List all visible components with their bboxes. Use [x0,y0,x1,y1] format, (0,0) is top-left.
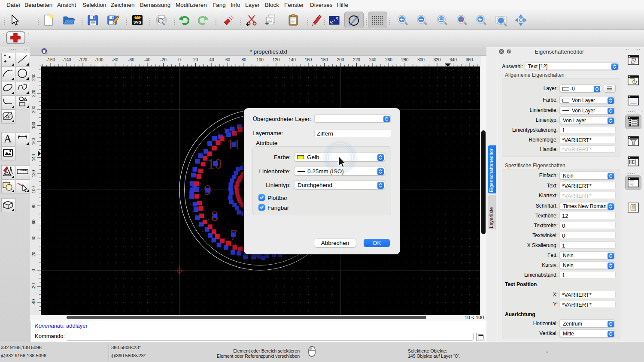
svg-text:-80: -80 [112,57,118,62]
svg-text:160: 160 [31,138,36,145]
svg-text:220: 220 [353,57,360,62]
svg-text:120: 120 [273,57,280,62]
svg-text:120: 120 [31,170,36,177]
svg-text:80: 80 [31,203,36,208]
svg-text:-60: -60 [128,57,134,62]
svg-text:300: 300 [417,57,425,62]
svg-text:160: 160 [305,57,312,62]
svg-text:100: 100 [31,186,36,193]
svg-text:0: 0 [178,57,181,62]
svg-text:0: 0 [31,269,36,272]
svg-text:220: 220 [31,90,36,97]
svg-text:180: 180 [31,122,36,129]
svg-text:20: 20 [193,57,198,62]
svg-text:SVG: SVG [133,20,141,24]
svg-text:360: 360 [466,57,473,62]
svg-text:-40: -40 [31,299,36,305]
svg-text:280: 280 [401,57,409,62]
svg-text:-120: -120 [79,57,87,62]
svg-text:100: 100 [256,57,264,62]
svg-text:-100: -100 [94,57,103,62]
svg-text:-20: -20 [160,57,167,62]
svg-text:240: 240 [369,57,377,62]
svg-text:c...: c... [632,184,635,187]
svg-text:-40: -40 [144,57,151,62]
svg-text:-140: -140 [62,57,71,62]
svg-text:40: 40 [31,235,36,241]
svg-text:20: 20 [31,252,36,257]
svg-text:240: 240 [31,73,36,81]
svg-text:340: 340 [450,57,457,62]
svg-text:40: 40 [209,57,214,62]
svg-text:200: 200 [337,57,344,62]
svg-text:-160: -160 [46,57,55,62]
svg-text:60: 60 [31,220,36,225]
svg-text:A: A [4,133,12,145]
svg-text:260: 260 [385,57,392,62]
svg-text:320: 320 [434,57,441,62]
svg-text:140: 140 [31,154,36,161]
svg-text:200: 200 [31,106,36,113]
svg-text:140: 140 [289,57,296,62]
svg-text:-20: -20 [31,283,36,290]
svg-text:60: 60 [225,57,231,62]
svg-text:80: 80 [241,57,246,62]
svg-text:180: 180 [321,57,328,62]
